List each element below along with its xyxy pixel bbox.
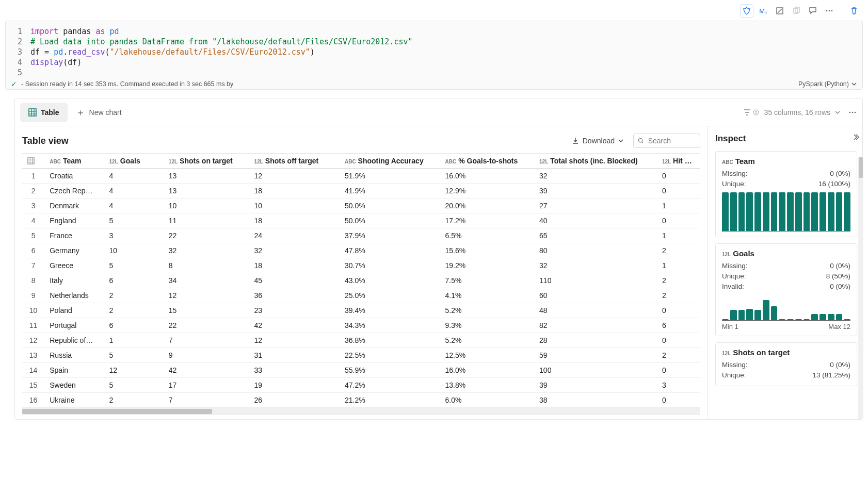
column-header[interactable]: 12LShots on target bbox=[164, 154, 249, 169]
inspect-chart-goals bbox=[722, 295, 850, 321]
table-cell: 43.0% bbox=[340, 273, 440, 288]
table-row[interactable]: 9Netherlands2123625.0%4.1%602 bbox=[22, 288, 700, 303]
freeze-cell-icon[interactable] bbox=[773, 4, 786, 18]
table-cell: 60 bbox=[534, 288, 657, 303]
table-cell: 12.5% bbox=[440, 348, 535, 363]
data-wrangler-icon[interactable] bbox=[740, 4, 753, 18]
table-cell: Denmark bbox=[44, 198, 104, 213]
table-cell: 6 bbox=[104, 318, 164, 333]
table-cell: 110 bbox=[534, 273, 657, 288]
table-row[interactable]: 14Spain12423355.9%16.0%1000 bbox=[22, 363, 700, 378]
table-cell: 5.2% bbox=[440, 303, 535, 318]
column-header[interactable]: 12LShots off target bbox=[249, 154, 340, 169]
code-cell[interactable]: 1import pandas as pd2# Load data into pa… bbox=[5, 21, 863, 90]
table-cell: 40 bbox=[534, 213, 657, 228]
chevron-down-icon bbox=[618, 138, 624, 144]
table-cell: 28 bbox=[534, 333, 657, 348]
tab-table[interactable]: Table bbox=[20, 103, 68, 122]
table-row[interactable]: 7Greece581830.7%19.2%321 bbox=[22, 258, 700, 273]
table-cell: 38 bbox=[534, 393, 657, 408]
inspect-card-goals[interactable]: 12LGoals Missing:0 (0%) Unique:8 (50%) I… bbox=[715, 243, 857, 336]
filter-icon[interactable] bbox=[743, 108, 752, 117]
table-cell: 18 bbox=[249, 184, 340, 198]
table-cell: 9 bbox=[164, 348, 249, 363]
code-line[interactable]: 4display(df) bbox=[13, 57, 855, 68]
table-row[interactable]: 15Sweden5171947.2%13.8%393 bbox=[22, 378, 700, 393]
inspect-card-shots[interactable]: 12LShots on target Missing:0 (0%) Unique… bbox=[715, 342, 857, 386]
table-row[interactable]: 12Republic of…171236.8%5.2%280 bbox=[22, 333, 700, 348]
code-line[interactable]: 1import pandas as pd bbox=[13, 26, 855, 37]
convert-to-markdown-button[interactable]: M↓ bbox=[757, 4, 770, 18]
table-row[interactable]: 11Portugal6224234.3%9.3%826 bbox=[22, 318, 700, 333]
column-header[interactable]: 12LHit Woodwork bbox=[657, 154, 700, 169]
table-cell: Italy bbox=[44, 273, 104, 288]
table-cell: 8 bbox=[164, 258, 249, 273]
table-row[interactable]: 16Ukraine272621.2%6.0%380 bbox=[22, 393, 700, 408]
row-number-header[interactable] bbox=[22, 154, 44, 169]
table-cell: 5 bbox=[104, 348, 164, 363]
search-input-wrapper[interactable] bbox=[633, 134, 700, 148]
column-header[interactable]: 12LTotal shots (inc. Blocked) bbox=[534, 154, 657, 169]
table-cell: 50.0% bbox=[340, 198, 440, 213]
table-row[interactable]: 2Czech Rep…4131841.9%12.9%390 bbox=[22, 184, 700, 198]
column-header[interactable]: ABCShooting Accuracy bbox=[340, 154, 440, 169]
table-cell: 47.8% bbox=[340, 243, 440, 258]
table-cell: 30.7% bbox=[340, 258, 440, 273]
copy-cell-icon[interactable] bbox=[790, 4, 803, 18]
table-cell: 80 bbox=[534, 243, 657, 258]
table-cell: Russia bbox=[44, 348, 104, 363]
table-cell: 0 bbox=[657, 303, 700, 318]
table-row[interactable]: 4England5111850.0%17.2%400 bbox=[22, 213, 700, 228]
table-cell: 5.2% bbox=[440, 333, 535, 348]
svg-point-10 bbox=[852, 111, 854, 113]
more-options-icon[interactable] bbox=[823, 4, 836, 18]
gear-icon bbox=[752, 108, 760, 117]
chevron-down-icon bbox=[851, 81, 857, 87]
table-cell: 12 bbox=[164, 288, 249, 303]
table-row[interactable]: 3Denmark4101050.0%20.0%271 bbox=[22, 198, 700, 213]
collapse-inspect-icon[interactable] bbox=[851, 133, 860, 142]
language-selector[interactable]: PySpark (Python) bbox=[798, 80, 857, 88]
table-cell: 12 bbox=[249, 333, 340, 348]
search-input[interactable] bbox=[647, 136, 696, 145]
columns-rows-selector[interactable]: 35 columns, 16 rows bbox=[752, 108, 841, 117]
svg-point-7 bbox=[753, 110, 759, 115]
comment-icon[interactable] bbox=[806, 4, 819, 18]
delete-cell-icon[interactable] bbox=[847, 4, 861, 18]
column-header[interactable]: ABC% Goals-to-shots bbox=[440, 154, 535, 169]
table-cell: 1 bbox=[657, 258, 700, 273]
table-row[interactable]: 13Russia593122.5%12.5%592 bbox=[22, 348, 700, 363]
table-row[interactable]: 5France3222437.9%6.5%651 bbox=[22, 228, 700, 243]
table-cell: 10 bbox=[164, 198, 249, 213]
table-cell: Portugal bbox=[44, 318, 104, 333]
code-line[interactable]: 5 bbox=[13, 68, 855, 78]
table-cell: 13 bbox=[164, 169, 249, 184]
table-cell: 39 bbox=[534, 184, 657, 198]
tab-new-chart[interactable]: ＋ New chart bbox=[68, 103, 130, 122]
code-line[interactable]: 3df = pd.read_csv("/lakehouse/default/Fi… bbox=[13, 47, 855, 57]
table-cell: 55.9% bbox=[340, 363, 440, 378]
column-header[interactable]: 12LGoals bbox=[104, 154, 164, 169]
download-button[interactable]: Download bbox=[567, 135, 628, 147]
inspect-panel: Inspect ABCTeam Missing:0 (0%) Unique:16… bbox=[708, 126, 862, 419]
table-cell: 47.2% bbox=[340, 378, 440, 393]
code-line[interactable]: 2# Load data into pandas DataFrame from … bbox=[13, 37, 855, 47]
table-cell: 37.9% bbox=[340, 228, 440, 243]
inspect-card-team[interactable]: ABCTeam Missing:0 (0%) Unique:16 (100%) bbox=[715, 151, 857, 237]
table-cell: Poland bbox=[44, 303, 104, 318]
table-row[interactable]: 8Italy6344543.0%7.5%1102 bbox=[22, 273, 700, 288]
inspect-scrollbar[interactable] bbox=[858, 157, 863, 419]
output-more-icon[interactable] bbox=[848, 108, 857, 117]
table-row[interactable]: 10Poland2152339.4%5.2%480 bbox=[22, 303, 700, 318]
table-cell: 12 bbox=[249, 169, 340, 184]
horizontal-scrollbar[interactable] bbox=[22, 408, 700, 415]
table-cell: 22 bbox=[164, 318, 249, 333]
column-header[interactable]: ABCTeam bbox=[44, 154, 104, 169]
table-cell: 13 bbox=[164, 184, 249, 198]
table-cell: 2 bbox=[104, 303, 164, 318]
table-cell: 41.9% bbox=[340, 184, 440, 198]
table-row[interactable]: 1Croatia4131251.9%16.0%320 bbox=[22, 169, 700, 184]
table-cell: 39.4% bbox=[340, 303, 440, 318]
table-row[interactable]: 6Germany10323247.8%15.6%802 bbox=[22, 243, 700, 258]
table-cell: 36 bbox=[249, 288, 340, 303]
